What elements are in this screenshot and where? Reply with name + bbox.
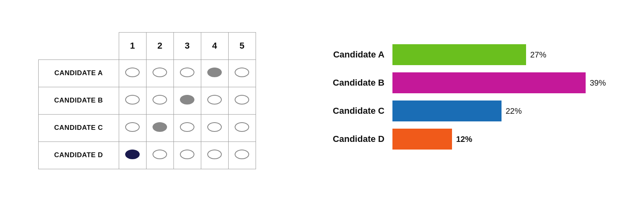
bar: [392, 44, 526, 65]
bar-pct-label: 27%: [530, 50, 546, 59]
chart-candidate-label: Candidate C: [316, 106, 384, 116]
ballot-oval[interactable]: [180, 68, 194, 77]
ballot-oval[interactable]: [235, 68, 249, 77]
ballot-oval[interactable]: [180, 122, 194, 132]
chart-wrapper: Candidate A27%Candidate B39%Candidate C2…: [316, 44, 606, 150]
ballot-oval[interactable]: [235, 150, 249, 159]
ballot-cell[interactable]: [119, 142, 146, 169]
col-header-3: 3: [173, 32, 201, 59]
chart-row: Candidate D12%: [316, 129, 606, 150]
ballot-oval[interactable]: [125, 150, 140, 159]
chart-row: Candidate C22%: [316, 100, 606, 121]
candidate-label: CANDIDATE C: [38, 114, 119, 142]
ballot-oval[interactable]: [180, 150, 194, 159]
ballot-row: CANDIDATE D: [38, 142, 256, 169]
ballot-cell[interactable]: [201, 87, 228, 114]
candidate-label: CANDIDATE D: [38, 142, 119, 169]
ballot-oval[interactable]: [207, 122, 222, 132]
chart-rows: Candidate A27%Candidate B39%Candidate C2…: [316, 44, 606, 150]
ballot-cell[interactable]: [146, 114, 173, 142]
bar: [392, 129, 452, 150]
ballot-oval[interactable]: [125, 95, 140, 105]
ballot-oval[interactable]: [153, 150, 167, 159]
ballot-cell[interactable]: [201, 114, 228, 142]
ballot-oval[interactable]: [207, 68, 222, 77]
ballot-cell[interactable]: [173, 114, 201, 142]
bar-container: 12%: [392, 129, 472, 150]
ballot-cell[interactable]: [146, 142, 173, 169]
bar-container: 27%: [392, 44, 546, 65]
chart-candidate-label: Candidate D: [316, 134, 384, 144]
chart-row: Candidate B39%: [316, 72, 606, 93]
ballot-cell[interactable]: [228, 114, 256, 142]
ballot-row: CANDIDATE C: [38, 114, 256, 142]
bar-container: 39%: [392, 72, 606, 93]
ballot-cell[interactable]: [228, 59, 256, 87]
ballot-cell[interactable]: [201, 142, 228, 169]
ballot-oval[interactable]: [235, 95, 249, 105]
candidate-label: CANDIDATE A: [38, 59, 119, 87]
ballot-oval[interactable]: [125, 68, 140, 77]
ballot-table: 1 2 3 4 5 CANDIDATE ACANDIDATE BCANDIDAT…: [38, 32, 256, 169]
ballot-oval[interactable]: [153, 68, 167, 77]
bar-pct-label: 12%: [456, 135, 472, 144]
chart-section: Candidate A27%Candidate B39%Candidate C2…: [284, 44, 606, 157]
chart-candidate-label: Candidate A: [316, 49, 384, 60]
col-header-1: 1: [119, 32, 146, 59]
ballot-cell[interactable]: [119, 87, 146, 114]
ballot-oval[interactable]: [153, 122, 167, 132]
bar: [392, 72, 586, 93]
chart-candidate-label: Candidate B: [316, 78, 384, 88]
ballot-oval[interactable]: [235, 122, 249, 132]
ballot-cell[interactable]: [146, 87, 173, 114]
ballot-oval[interactable]: [207, 150, 222, 159]
bar-pct-label: 22%: [506, 107, 522, 116]
ballot-oval[interactable]: [153, 95, 167, 105]
candidate-label: CANDIDATE B: [38, 87, 119, 114]
col-header-5: 5: [228, 32, 256, 59]
ballot-cell[interactable]: [228, 87, 256, 114]
ballot-cell[interactable]: [146, 59, 173, 87]
bar-container: 22%: [392, 100, 522, 121]
bar: [392, 100, 502, 121]
ballot-cell[interactable]: [173, 59, 201, 87]
ballot-row: CANDIDATE B: [38, 87, 256, 114]
ballot-cell[interactable]: [119, 59, 146, 87]
col-header-2: 2: [146, 32, 173, 59]
ballot-oval[interactable]: [180, 95, 194, 105]
ballot-section: 1 2 3 4 5 CANDIDATE ACANDIDATE BCANDIDAT…: [38, 32, 256, 169]
ballot-row: CANDIDATE A: [38, 59, 256, 87]
col-header-4: 4: [201, 32, 228, 59]
bar-pct-label: 39%: [590, 78, 606, 88]
ballot-cell[interactable]: [119, 114, 146, 142]
ballot-cell[interactable]: [173, 142, 201, 169]
ballot-oval[interactable]: [125, 122, 140, 132]
ballot-cell[interactable]: [201, 59, 228, 87]
main-container: 1 2 3 4 5 CANDIDATE ACANDIDATE BCANDIDAT…: [0, 0, 644, 201]
ballot-oval[interactable]: [207, 95, 222, 105]
ballot-cell[interactable]: [228, 142, 256, 169]
corner-cell: [38, 32, 119, 59]
chart-row: Candidate A27%: [316, 44, 606, 65]
ballot-cell[interactable]: [173, 87, 201, 114]
